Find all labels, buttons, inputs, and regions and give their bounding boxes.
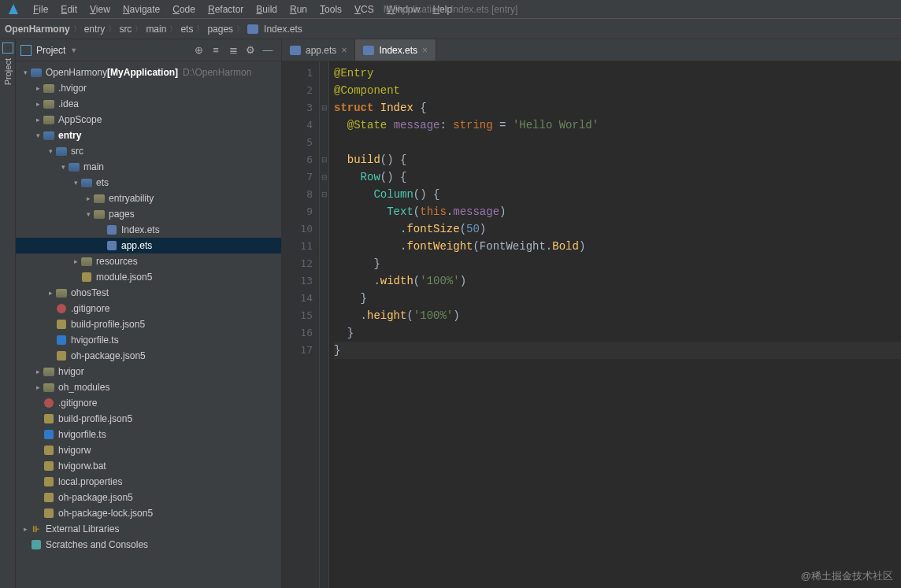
menu-refactor[interactable]: Refactor (202, 4, 250, 15)
tree-node-build-profile-json5[interactable]: build-profile.json5 (16, 411, 281, 427)
menu-file[interactable]: File (27, 4, 54, 15)
tree-node-app-ets[interactable]: app.ets (16, 238, 281, 253)
code-line[interactable]: build() { (334, 151, 901, 168)
tree-node--hvigor[interactable]: .hvigor (16, 80, 281, 96)
fold-marker[interactable] (320, 220, 328, 238)
tree-arrow-icon[interactable] (33, 84, 43, 92)
tab-app-ets[interactable]: app.ets× (282, 39, 355, 61)
chevron-down-icon[interactable]: ▼ (70, 46, 77, 54)
tree-node-scratches-and-consoles[interactable]: Scratches and Consoles (16, 537, 281, 553)
crumb-pages[interactable]: pages (207, 24, 233, 35)
crumb-index-ets[interactable]: Index.ets (247, 24, 302, 35)
tree-node-src[interactable]: src (16, 143, 281, 159)
project-tool-label[interactable]: Project (3, 58, 13, 85)
close-icon[interactable]: × (422, 45, 428, 56)
tree-node-hvigorfile-ts[interactable]: hvigorfile.ts (16, 427, 281, 442)
tree-arrow-icon[interactable] (33, 100, 43, 108)
code-line[interactable]: struct Index { (334, 99, 901, 116)
code-line[interactable]: .fontWeight(FontWeight.Bold) (334, 238, 901, 255)
fold-marker[interactable] (320, 203, 328, 220)
tree-node-appscope[interactable]: AppScope (16, 112, 281, 128)
crumb-main[interactable]: main (146, 24, 166, 35)
tree-arrow-icon[interactable] (33, 383, 43, 391)
tree-arrow-icon[interactable] (83, 194, 93, 202)
fold-marker[interactable] (320, 65, 328, 82)
menu-tools[interactable]: Tools (313, 4, 348, 15)
fold-marker[interactable] (320, 272, 328, 290)
tree-arrow-icon[interactable] (33, 116, 43, 124)
code-line[interactable]: Column() { (334, 186, 901, 203)
code-line[interactable]: .fontSize(50) (334, 220, 901, 238)
fold-marker[interactable] (320, 342, 328, 359)
code-line[interactable]: .width('100%') (334, 272, 901, 290)
tree-node-main[interactable]: main (16, 159, 281, 175)
tree-node--gitignore[interactable]: .gitignore (16, 301, 281, 316)
fold-marker[interactable] (320, 134, 328, 151)
code-line[interactable]: } (334, 342, 901, 359)
menu-build[interactable]: Build (250, 4, 284, 15)
gear-icon[interactable]: ⚙ (242, 44, 259, 56)
close-icon[interactable]: × (341, 45, 347, 56)
tree-node-oh-modules[interactable]: oh_modules (16, 379, 281, 395)
fold-marker[interactable] (320, 324, 328, 342)
menu-navigate[interactable]: Navigate (117, 4, 166, 15)
tree-arrow-icon[interactable] (46, 147, 55, 155)
fold-marker[interactable] (320, 238, 328, 255)
fold-marker[interactable] (320, 255, 328, 272)
menu-view[interactable]: View (83, 4, 117, 15)
panel-title[interactable]: Project (36, 45, 65, 56)
locate-icon[interactable]: ⊕ (190, 44, 207, 56)
tree-arrow-icon[interactable] (20, 525, 30, 533)
minimize-icon[interactable]: — (259, 44, 276, 56)
tree-node--gitignore[interactable]: .gitignore (16, 395, 281, 411)
tree-node-openharmony[interactable]: OpenHarmony [MyApplication]D:\OpenHarmon (16, 65, 281, 80)
code-line[interactable]: @Component (334, 82, 901, 99)
project-tool-icon[interactable] (2, 43, 13, 54)
tree-node-resources[interactable]: resources (16, 253, 281, 269)
code-line[interactable]: } (334, 324, 901, 342)
crumb-entry[interactable]: entry (84, 24, 106, 35)
code-line[interactable]: .height('100%') (334, 307, 901, 324)
expand-icon[interactable]: ≡ (207, 44, 224, 56)
tree-node-hvigorfile-ts[interactable]: hvigorfile.ts (16, 332, 281, 348)
fold-marker[interactable] (320, 82, 328, 99)
code-line[interactable]: @State message: string = 'Hello World' (334, 116, 901, 134)
tree-node-build-profile-json5[interactable]: build-profile.json5 (16, 316, 281, 332)
crumb-ets[interactable]: ets (180, 24, 193, 35)
tree-arrow-icon[interactable] (46, 289, 55, 297)
tree-arrow-icon[interactable] (20, 68, 30, 76)
tree-node-hvigorw-bat[interactable]: hvigorw.bat (16, 458, 281, 474)
tree-node-pages[interactable]: pages (16, 206, 281, 222)
tree-node-entryability[interactable]: entryability (16, 190, 281, 206)
menu-run[interactable]: Run (284, 4, 313, 15)
code-editor[interactable]: @Entry@Componentstruct Index { @State me… (329, 61, 901, 588)
tree-arrow-icon[interactable] (33, 131, 43, 139)
fold-marker[interactable] (320, 116, 328, 134)
tree-node-hvigor[interactable]: hvigor (16, 364, 281, 379)
tree-arrow-icon[interactable] (33, 368, 43, 375)
project-tree[interactable]: OpenHarmony [MyApplication]D:\OpenHarmon… (16, 61, 281, 588)
tree-node-ets[interactable]: ets (16, 175, 281, 190)
code-line[interactable]: } (334, 255, 901, 272)
menu-edit[interactable]: Edit (54, 4, 83, 15)
tree-arrow-icon[interactable] (71, 257, 80, 265)
code-line[interactable]: Text(this.message) (334, 203, 901, 220)
code-line[interactable]: Row() { (334, 168, 901, 186)
tree-node--idea[interactable]: .idea (16, 96, 281, 112)
tree-arrow-icon[interactable] (71, 179, 80, 187)
tree-node-hvigorw[interactable]: hvigorw (16, 442, 281, 458)
tree-node-index-ets[interactable]: Index.ets (16, 222, 281, 238)
tree-node-oh-package-lock-json5[interactable]: oh-package-lock.json5 (16, 505, 281, 521)
fold-marker[interactable]: ⊟ (320, 186, 328, 203)
crumb-openharmony[interactable]: OpenHarmony (5, 24, 70, 35)
tree-node-local-properties[interactable]: local.properties (16, 474, 281, 490)
tree-arrow-icon[interactable] (83, 210, 93, 218)
tree-arrow-icon[interactable] (58, 163, 68, 171)
tree-node-oh-package-json5[interactable]: oh-package.json5 (16, 490, 281, 505)
fold-marker[interactable] (320, 307, 328, 324)
fold-marker[interactable] (320, 290, 328, 307)
menu-code[interactable]: Code (166, 4, 202, 15)
fold-marker[interactable]: ⊟ (320, 168, 328, 186)
tree-node-ohostest[interactable]: ohosTest (16, 285, 281, 301)
fold-marker[interactable]: ⊟ (320, 99, 328, 116)
